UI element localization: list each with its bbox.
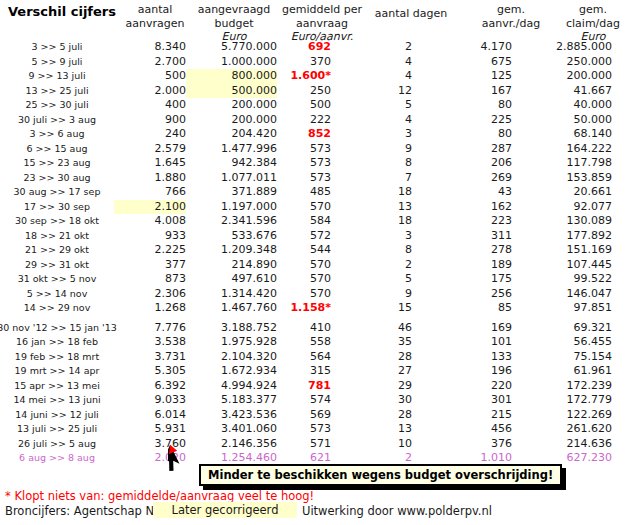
column-header: gem.aanvr./dag bbox=[482, 3, 540, 30]
row-label: 30 juli >> 3 aug bbox=[0, 113, 114, 128]
table-row: 3 >> 6 aug240204.42085238068.140 bbox=[0, 127, 638, 142]
table-cell: 4 bbox=[331, 55, 412, 70]
table-cell: 4 bbox=[331, 69, 412, 84]
table-row: 23 >> 30 aug1.8801.077.0115737269153.859 bbox=[0, 171, 638, 186]
table-row: 25 >> 30 juli400200.00050058040.000 bbox=[0, 98, 638, 113]
table-cell: 6.392 bbox=[114, 379, 186, 394]
table-cell: 2.225 bbox=[114, 243, 186, 258]
table-row: 30 aug >> 17 sep766371.889485184320.661 bbox=[0, 185, 638, 200]
table-cell: 376 bbox=[412, 437, 512, 452]
table-cell: 2.000 bbox=[114, 84, 186, 99]
table-cell: 256 bbox=[412, 287, 512, 302]
row-label: 17 >> 30 sep bbox=[0, 200, 114, 215]
table-cell: 4 bbox=[331, 113, 412, 128]
table-cell: 8 bbox=[331, 243, 412, 258]
table-cell: 133 bbox=[412, 350, 512, 365]
table-cell: 2.306 bbox=[114, 287, 186, 302]
table-row: 30 juli >> 3 aug900200.000222422550.000 bbox=[0, 113, 638, 128]
table-cell: 35 bbox=[331, 335, 412, 350]
table-cell: 900 bbox=[114, 113, 186, 128]
row-label: 3 >> 5 juli bbox=[0, 40, 114, 55]
table-cell: 75.154 bbox=[512, 350, 612, 365]
table-cell: 1.158* bbox=[277, 301, 331, 316]
table-cell: 41.667 bbox=[512, 84, 612, 99]
table-cell: 1.268 bbox=[114, 301, 186, 316]
corrected-highlight: Later gecorrigeerd bbox=[153, 502, 297, 518]
table-cell: 2.104.320 bbox=[186, 350, 277, 365]
column-header: aantalaanvragen bbox=[126, 3, 185, 30]
table-cell: 5.931 bbox=[114, 422, 186, 437]
table-cell: 117.798 bbox=[512, 156, 612, 171]
table-cell: 3.538 bbox=[114, 335, 186, 350]
table-cell: 692 bbox=[277, 40, 331, 55]
table-cell: 4.994.924 bbox=[186, 379, 277, 394]
table-cell: 189 bbox=[412, 258, 512, 273]
column-header-line: gem. bbox=[482, 3, 540, 17]
table-cell: 15 bbox=[331, 301, 412, 316]
page: Verschil cijfers aantalaanvragenaangevra… bbox=[0, 0, 638, 525]
table-row: 15 apr >> 13 mei6.3924.994.9247812922017… bbox=[0, 379, 638, 394]
table-cell: 574 bbox=[277, 393, 331, 408]
table-cell: 214.636 bbox=[512, 437, 612, 452]
table-cell: 3.423.536 bbox=[186, 408, 277, 423]
table-cell: 167 bbox=[412, 84, 512, 99]
table-cell: 1.209.348 bbox=[186, 243, 277, 258]
row-label: 21 >> 29 okt bbox=[0, 243, 114, 258]
table-cell: 250 bbox=[277, 84, 331, 99]
table-row: 17 >> 30 sep2.1001.197.0005701316292.077 bbox=[0, 200, 638, 215]
table-cell: 225 bbox=[412, 113, 512, 128]
table-cell: 177.892 bbox=[512, 229, 612, 244]
table-cell: 2 bbox=[331, 40, 412, 55]
table-cell: 5 bbox=[331, 272, 412, 287]
table-cell: 162 bbox=[412, 200, 512, 215]
table-cell: 20.661 bbox=[512, 185, 612, 200]
table-cell: 1.467.760 bbox=[186, 301, 277, 316]
table-cell: 7 bbox=[331, 171, 412, 186]
table-cell: 2.885.000 bbox=[512, 40, 612, 55]
table-cell: 69.321 bbox=[512, 321, 612, 336]
table-row: 31 okt >> 5 nov873497.610570517599.522 bbox=[0, 272, 638, 287]
table-row: 9 >> 13 juli500800.0001.600*4125200.000 bbox=[0, 69, 638, 84]
table-cell: 3.188.752 bbox=[186, 321, 277, 336]
table-cell: 8.340 bbox=[114, 40, 186, 55]
table-cell: 942.384 bbox=[186, 156, 277, 171]
callout-text: Minder te beschikken wegens budget overs… bbox=[208, 468, 553, 482]
column-header-line: aanvr./dag bbox=[482, 17, 540, 31]
column-header: aangevraagdbudgetEuro bbox=[198, 3, 271, 44]
table-cell: 56.455 bbox=[512, 335, 612, 350]
table-cell: 13 bbox=[331, 422, 412, 437]
row-label: 23 >> 30 aug bbox=[0, 171, 114, 186]
table-row: 21 >> 29 okt2.2251.209.3485448278151.169 bbox=[0, 243, 638, 258]
table-cell: 122.269 bbox=[512, 408, 612, 423]
table-cell: 9 bbox=[331, 287, 412, 302]
table-row: 30 nov '12 >> 15 jan '137.7763.188.75241… bbox=[0, 321, 638, 336]
row-label: 6 aug >> 8 aug bbox=[0, 451, 114, 466]
table-cell: 573 bbox=[277, 156, 331, 171]
column-header: gem.claim/dagEuro bbox=[566, 3, 620, 44]
row-label: 14 juni >> 12 juli bbox=[0, 408, 114, 423]
table-cell: 584 bbox=[277, 214, 331, 229]
table-cell: 766 bbox=[114, 185, 186, 200]
table-row: 16 jan >> 18 feb3.5381.975.9285583510156… bbox=[0, 335, 638, 350]
table-cell: 9.033 bbox=[114, 393, 186, 408]
column-header-line: gem. bbox=[566, 3, 620, 17]
table-cell: 456 bbox=[412, 422, 512, 437]
table-cell: 558 bbox=[277, 335, 331, 350]
table-cell: 215 bbox=[412, 408, 512, 423]
table-cell: 3.401.060 bbox=[186, 422, 277, 437]
table-row: 29 >> 31 okt377214.8905702189107.445 bbox=[0, 258, 638, 273]
table-cell: 287 bbox=[412, 142, 512, 157]
table-cell: 172.239 bbox=[512, 379, 612, 394]
source-text: Broncijfers: Agentschap NL bbox=[5, 504, 160, 518]
table-cell: 400 bbox=[114, 98, 186, 113]
table-cell: 1.197.000 bbox=[186, 200, 277, 215]
table-cell: 1.600* bbox=[277, 69, 331, 84]
table-cell: 68.140 bbox=[512, 127, 612, 142]
table-cell: 2 bbox=[331, 258, 412, 273]
column-header-line: aantal bbox=[126, 3, 185, 17]
table-cell: 570 bbox=[277, 272, 331, 287]
table-cell: 7.776 bbox=[114, 321, 186, 336]
row-label: 5 >> 14 nov bbox=[0, 287, 114, 302]
table-cell: 130.089 bbox=[512, 214, 612, 229]
table-cell: 572 bbox=[277, 229, 331, 244]
